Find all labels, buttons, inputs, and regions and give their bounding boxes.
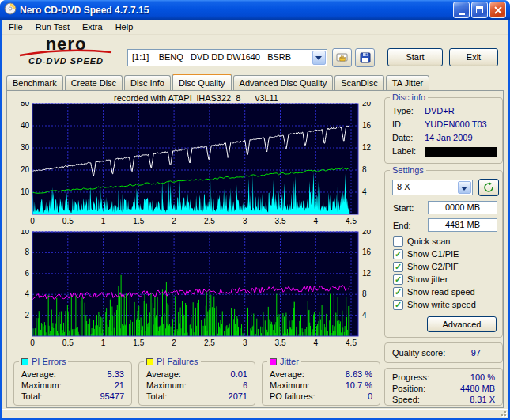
checkbox-box[interactable]: ✓ (393, 249, 403, 259)
svg-text:1: 1 (101, 339, 106, 347)
svg-text:10: 10 (21, 187, 30, 196)
checkbox-box[interactable]: ✓ (393, 274, 403, 285)
speed-dropdown-arrow-icon[interactable] (458, 181, 471, 194)
svg-text:16: 16 (362, 121, 372, 130)
maximize-button[interactable] (471, 2, 488, 18)
start-button[interactable]: Start (387, 48, 443, 66)
progress-row: Progress:100 % (392, 373, 495, 384)
disc-id-value: YUDEN000 T03 (425, 119, 487, 129)
window-body: File Run Test Extra Help nero CD-DVD SPE… (2, 20, 508, 418)
svg-text:4: 4 (314, 339, 319, 347)
jitter-average-value: 8.63 % (346, 369, 372, 379)
svg-text:2: 2 (172, 217, 176, 225)
toolbar: nero CD-DVD SPEED [1:1] BENQ DVD DD DW16… (2, 35, 508, 72)
tab-benchmark[interactable]: Benchmark (6, 75, 63, 90)
dropdown-arrow-icon[interactable] (312, 51, 326, 65)
advanced-button[interactable]: Advanced (427, 316, 497, 332)
checkbox-show-write-speed[interactable]: ✓Show write speed (393, 299, 497, 310)
start-position-field[interactable]: 0000 MB (428, 201, 497, 214)
pi-errors-caption: PI Errors (19, 357, 68, 367)
resize-grip[interactable] (497, 409, 508, 418)
start-label: Start: (393, 203, 414, 213)
svg-text:1.5: 1.5 (133, 217, 144, 225)
pi-errors-maximum-value: 21 (115, 380, 124, 390)
disc-type-value: DVD+R (425, 106, 455, 115)
close-button[interactable] (489, 2, 506, 18)
pi-failures-total-row: Total:2071 (146, 392, 247, 403)
disc-date-row: Date:14 Jan 2009 (392, 133, 495, 144)
svg-text:1.5: 1.5 (133, 339, 144, 347)
svg-text:12: 12 (362, 143, 372, 152)
tab-scandisc[interactable]: ScanDisc (334, 75, 383, 90)
checkbox-box[interactable]: ✓ (393, 287, 403, 297)
drive-properties-button[interactable] (332, 48, 352, 67)
checkbox-show-c2-pif[interactable]: ✓Show C2/PIF (393, 261, 497, 272)
hand-icon (336, 51, 349, 64)
save-button[interactable] (355, 48, 375, 67)
progress-value: 100 % (470, 373, 495, 382)
svg-text:3.5: 3.5 (275, 339, 286, 347)
pi-errors-group: PI Errors Average:5.33 Maximum:21 Total:… (13, 361, 132, 406)
refresh-button[interactable] (478, 179, 499, 196)
checkbox-box[interactable] (393, 236, 403, 247)
svg-text:40: 40 (21, 121, 30, 130)
minimize-button[interactable] (453, 2, 470, 18)
menu-file[interactable]: File (2, 21, 29, 33)
floppy-icon (359, 51, 372, 64)
svg-text:2: 2 (172, 339, 176, 347)
checkbox-box[interactable]: ✓ (393, 262, 403, 272)
refresh-icon (483, 182, 494, 193)
statusbar (2, 409, 508, 418)
svg-text:2.5: 2.5 (204, 217, 215, 225)
checkbox-show-jitter[interactable]: ✓Show jitter (393, 274, 497, 285)
pi-errors-title: PI Errors (32, 357, 66, 367)
app-icon (4, 2, 17, 18)
tabstrip: Benchmark Create Disc Disc Info Disc Qua… (6, 74, 504, 90)
checkbox-box[interactable]: ✓ (393, 300, 403, 310)
quality-score-value: 97 (471, 348, 481, 358)
svg-text:2.5: 2.5 (204, 339, 215, 347)
scan-speed-value: 8 X (397, 182, 410, 191)
drive-selector[interactable]: [1:1] BENQ DVD DD DW1640 BSRB (127, 49, 327, 66)
scan-speed-select[interactable]: 8 X (392, 180, 473, 195)
tab-advanced-disc-quality[interactable]: Advanced Disc Quality (233, 75, 334, 90)
jitter-average-row: Average:8.63 % (270, 369, 372, 380)
pi-errors-legend-swatch (21, 358, 28, 365)
menu-extra[interactable]: Extra (76, 21, 109, 33)
window-title: Nero CD-DVD Speed 4.7.7.15 (20, 5, 450, 16)
svg-text:4.5: 4.5 (346, 339, 357, 347)
checkbox-quick-scan[interactable]: Quick scan (393, 236, 497, 247)
pi-failures-group: PI Failures Average:0.01 Maximum:6 Total… (138, 361, 255, 406)
disc-info-group: Disc info Type:DVD+R ID:YUDEN000 T03 Dat… (384, 97, 503, 164)
tab-disc-info[interactable]: Disc Info (124, 75, 171, 90)
pi-failures-legend-swatch (146, 358, 153, 365)
po-failures-value: 0 (368, 392, 372, 401)
settings-group: Settings 8 X Start: 0000 MB End: 4481 MB… (384, 170, 503, 338)
titlebar[interactable]: Nero CD-DVD Speed 4.7.7.15 (0, 0, 510, 20)
tab-ta-jitter[interactable]: TA Jitter (386, 75, 430, 90)
jitter-maximum-row: Maximum:10.7 % (270, 380, 372, 392)
settings-title: Settings (392, 165, 424, 176)
svg-text:3.5: 3.5 (275, 217, 286, 225)
svg-text:4: 4 (25, 289, 29, 298)
tab-disc-quality[interactable]: Disc Quality (172, 74, 232, 90)
exit-button[interactable]: Exit (449, 48, 498, 66)
jitter-title: Jitter (280, 357, 299, 367)
menu-run-test[interactable]: Run Test (29, 21, 76, 33)
svg-text:50: 50 (21, 102, 30, 108)
menu-help[interactable]: Help (109, 21, 140, 33)
pi-errors-average-row: Average:5.33 (21, 369, 124, 380)
checkbox-label: Show read speed (407, 287, 475, 297)
progress-group: Progress:100 % Position:4480 MB Speed:8.… (384, 368, 503, 406)
disc-type-row: Type:DVD+R (392, 106, 495, 117)
jitter-maximum-value: 10.7 % (346, 380, 372, 390)
disc-label-row: Label: (392, 146, 495, 157)
checkbox-show-read-speed[interactable]: ✓Show read speed (393, 286, 497, 297)
svg-text:3: 3 (243, 339, 247, 347)
svg-text:8: 8 (362, 165, 367, 174)
svg-text:4: 4 (362, 311, 367, 320)
svg-text:8: 8 (25, 248, 29, 256)
tab-create-disc[interactable]: Create Disc (65, 75, 123, 90)
end-position-field[interactable]: 4481 MB (428, 218, 497, 232)
checkbox-show-c1-pie[interactable]: ✓Show C1/PIE (393, 248, 497, 259)
